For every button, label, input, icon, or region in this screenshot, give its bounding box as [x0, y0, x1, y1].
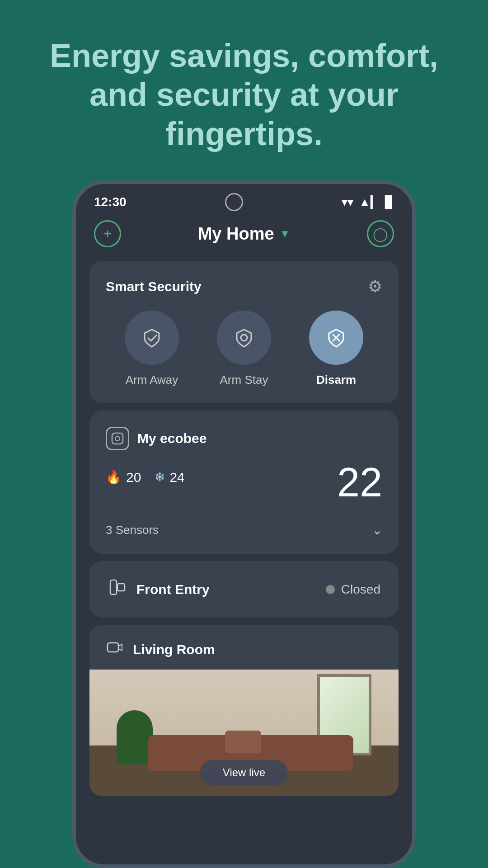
- profile-icon: ◯: [373, 226, 388, 242]
- arm-away-label: Arm Away: [126, 373, 178, 387]
- entry-name-label: Front Entry: [136, 582, 210, 597]
- security-card-header: Smart Security ⚙: [106, 277, 382, 296]
- entry-sensor-icon: [108, 577, 127, 601]
- living-room-name-label: Living Room: [133, 642, 215, 657]
- status-time: 12:30: [94, 195, 127, 209]
- plus-icon: +: [103, 226, 112, 242]
- arm-stay-circle: [217, 311, 271, 365]
- disarm-label: Disarm: [316, 373, 356, 387]
- smart-security-card: Smart Security ⚙ Arm Away: [89, 261, 399, 403]
- svg-rect-6: [117, 584, 125, 591]
- disarm-circle: [309, 311, 363, 365]
- closed-status-text: Closed: [341, 582, 380, 597]
- heat-temp-value: 20: [126, 470, 141, 485]
- signal-icon: ▲▎: [359, 195, 380, 209]
- sensors-label: 3 Sensors: [106, 523, 159, 537]
- dropdown-chevron-icon: ▼: [280, 227, 291, 240]
- hero-text: Energy savings, comfort, and security at…: [0, 0, 488, 180]
- arm-away-button[interactable]: Arm Away: [125, 311, 179, 387]
- status-icons: ▾▾ ▲▎ ▊: [342, 195, 394, 209]
- ecobee-header: My ecobee: [106, 427, 382, 450]
- camera-preview: View live: [89, 670, 399, 796]
- living-room-card: Living Room View live: [89, 625, 399, 796]
- view-live-button[interactable]: View live: [200, 760, 288, 785]
- cool-icon: ❄: [155, 470, 165, 485]
- living-room-header: Living Room: [89, 625, 399, 670]
- nav-bar: + My Home ▼ ◯: [76, 216, 412, 256]
- svg-point-0: [241, 335, 247, 341]
- svg-point-4: [115, 436, 120, 441]
- ecobee-name-label: My ecobee: [137, 431, 206, 446]
- phone-frame: 12:30 ▾▾ ▲▎ ▊ + My Home ▼ ◯ Smart Securi…: [72, 180, 416, 868]
- wifi-icon: ▾▾: [342, 195, 353, 209]
- profile-button[interactable]: ◯: [367, 220, 394, 247]
- sensors-chevron-icon[interactable]: ⌄: [372, 523, 382, 538]
- content-area: Smart Security ⚙ Arm Away: [76, 256, 412, 864]
- arm-stay-label: Arm Stay: [220, 373, 268, 387]
- cool-temp-value: 24: [169, 470, 184, 485]
- disarm-button[interactable]: Disarm: [309, 311, 363, 387]
- ecobee-card: My ecobee 🔥 20 ❄ 24 22 3 Sensors: [89, 410, 399, 554]
- room-cushion: [225, 731, 261, 753]
- closed-status-dot: [326, 585, 335, 594]
- heat-icon: 🔥: [106, 470, 122, 485]
- svg-rect-7: [108, 643, 118, 652]
- camera-icon: [106, 638, 124, 660]
- ecobee-temps: 🔥 20 ❄ 24: [106, 470, 185, 485]
- heat-temp: 🔥 20: [106, 470, 141, 485]
- sensors-row[interactable]: 3 Sensors ⌄: [106, 523, 382, 538]
- entry-left: Front Entry: [108, 577, 210, 601]
- battery-icon: ▊: [385, 195, 394, 209]
- svg-rect-3: [112, 433, 123, 444]
- svg-rect-5: [110, 580, 117, 594]
- add-button[interactable]: +: [94, 220, 121, 247]
- arm-away-circle: [125, 311, 179, 365]
- ecobee-divider: [106, 515, 382, 515]
- security-buttons-row: Arm Away Arm Stay: [106, 311, 382, 387]
- room-plant: [117, 710, 153, 764]
- current-temp-value: 22: [337, 459, 382, 506]
- cool-temp: ❄ 24: [155, 470, 184, 485]
- arm-stay-button[interactable]: Arm Stay: [217, 311, 271, 387]
- home-title-text: My Home: [198, 224, 274, 244]
- ecobee-main-row: 🔥 20 ❄ 24 22: [106, 459, 382, 506]
- security-settings-button[interactable]: ⚙: [368, 277, 382, 296]
- security-card-title: Smart Security: [106, 279, 202, 294]
- ecobee-device-icon: [106, 427, 129, 450]
- home-title-area[interactable]: My Home ▼: [198, 224, 291, 244]
- status-bar: 12:30 ▾▾ ▲▎ ▊: [76, 184, 412, 216]
- front-entry-card[interactable]: Front Entry Closed: [89, 561, 399, 618]
- entry-status-area: Closed: [326, 582, 380, 597]
- camera-cutout: [225, 193, 243, 211]
